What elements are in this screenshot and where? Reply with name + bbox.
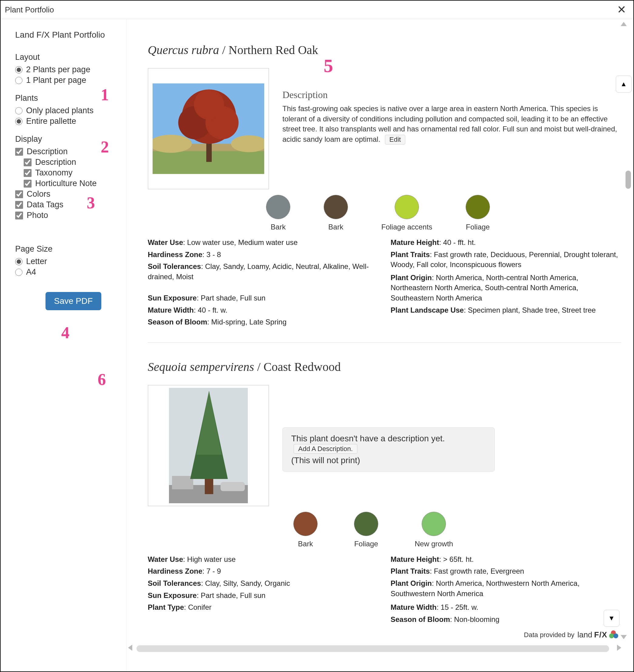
check-colors[interactable] [15, 190, 23, 198]
save-pdf-button[interactable]: Save PDF [46, 292, 101, 310]
swatch-label: Foliage accents [381, 223, 432, 231]
color-swatch-icon [422, 512, 446, 536]
origin-1: Plant Origin: North America, North-centr… [391, 273, 621, 303]
main-row: Land F/X Plant Portfolio Layout 2 Plants… [1, 19, 633, 672]
origin-2: Plant Origin: North America, Northwester… [391, 578, 621, 600]
plant1-swatch: Foliage accents [381, 195, 432, 231]
caret-down-icon: ▼ [608, 614, 615, 622]
display-description-sub[interactable]: Description [24, 158, 117, 167]
landfx-bold: F/X [594, 630, 607, 640]
color-swatch-icon [266, 195, 290, 219]
description-body-1: This fast-growing oak species is native … [283, 105, 617, 143]
check-hortnote[interactable] [24, 180, 31, 188]
plant-common-2: Coast Redwood [264, 360, 341, 374]
add-description-button[interactable]: Add A Description. [294, 444, 357, 454]
check-taxonomy[interactable] [24, 169, 31, 177]
sun-2: Sun Exposure: Part shade, Full sun [148, 590, 379, 601]
expand-button[interactable]: ▼ [604, 610, 619, 627]
pagesize-radio-a4[interactable] [15, 269, 22, 276]
check-photo[interactable] [15, 212, 23, 219]
display-colors-label: Colors [27, 189, 50, 199]
scroll-up-icon[interactable] [621, 22, 629, 26]
swatch-label: Bark [324, 223, 348, 231]
layout-radio-1pp[interactable] [15, 77, 22, 84]
scroll-down-icon[interactable] [621, 635, 629, 639]
plant-photo-1 [148, 68, 269, 189]
swatches-row-2: BarkFoliageNew growth [293, 512, 621, 548]
color-swatch-icon [324, 195, 348, 219]
landfx-logo-icon [609, 630, 618, 640]
landfx-logo: land F/X [577, 630, 618, 640]
hardiness-2: Hardiness Zone: 7 - 9 [148, 566, 379, 576]
water-use-1: Water Use: Low water use, Medium water u… [148, 237, 379, 248]
svg-rect-12 [172, 476, 193, 489]
vertical-scrollbar-thumb[interactable] [626, 170, 631, 189]
check-datatags[interactable] [15, 201, 23, 209]
placeholder-2a [148, 614, 379, 625]
layout-option-1pp[interactable]: 1 Plant per page [15, 75, 117, 85]
plant-title-2: Sequoia sempervirens / Coast Redwood [148, 360, 621, 374]
plant-photo-2 [148, 385, 269, 506]
width-1: Mature Width: 40 - ft. w. [148, 305, 379, 315]
pagesize-letter[interactable]: Letter [15, 257, 117, 266]
plant-card-2: Sequoia sempervirens / Coast Redwood [148, 345, 621, 638]
display-taxonomy[interactable]: Taxonomy [24, 168, 117, 178]
nodesc-text: This plant doesn't have a description ye… [291, 434, 445, 443]
display-colors[interactable]: Colors [15, 189, 117, 199]
swatch-label: Foliage [354, 540, 378, 548]
plants-radio-placed[interactable] [15, 107, 22, 114]
swatch-label: Bark [266, 223, 290, 231]
details-grid-1: Water Use: Low water use, Medium water u… [148, 237, 621, 327]
pagesize-radio-letter[interactable] [15, 258, 22, 265]
traits-2: Plant Traits: Fast growth rate, Evergree… [391, 566, 621, 576]
card-separator [148, 342, 621, 343]
layout-option-2pp[interactable]: 2 Plants per page [15, 65, 117, 74]
data-provided-footer: Data provided by land F/X [524, 630, 618, 640]
plant2-swatch: Foliage [354, 512, 378, 548]
tree-image-icon [152, 83, 264, 174]
edit-description-button[interactable]: Edit [385, 135, 406, 144]
plant-sep-1: / [219, 43, 228, 57]
check-description-sub[interactable] [24, 158, 31, 166]
plant1-swatch: Foliage [466, 195, 490, 231]
color-swatch-icon [395, 195, 419, 219]
sidebar: Land F/X Plant Portfolio Layout 2 Plants… [1, 19, 126, 672]
type-2: Plant Type: Conifer [148, 602, 379, 612]
callout-6: 6 [98, 370, 106, 389]
traits-1: Plant Traits: Fast growth rate, Deciduou… [391, 250, 621, 271]
display-datatags[interactable]: Data Tags [15, 200, 117, 209]
water-use-2: Water Use: High water use [148, 554, 379, 564]
scroll-right-icon[interactable] [617, 645, 621, 651]
plants-option-entire[interactable]: Entire pallette [15, 117, 117, 126]
data-provided-label: Data provided by [524, 631, 574, 639]
swatches-row-1: BarkBarkFoliage accentsFoliage [266, 195, 621, 231]
landuse-1: Plant Landscape Use: Specimen plant, Sha… [391, 305, 621, 315]
color-swatch-icon [466, 195, 490, 219]
photo-desc-row-1: Description This fast-growing oak specie… [148, 68, 621, 189]
plants-option-placed-label: Only placed plants [26, 106, 93, 115]
callout-1: 1 [101, 85, 109, 104]
window-title: Plant Portfolio [5, 5, 54, 15]
layout-radio-2pp[interactable] [15, 66, 22, 73]
display-taxonomy-label: Taxonomy [35, 168, 73, 178]
layout-option-1pp-label: 1 Plant per page [26, 75, 86, 85]
close-icon[interactable]: ✕ [617, 4, 626, 15]
display-photo[interactable]: Photo [15, 211, 117, 220]
plants-option-placed[interactable]: Only placed plants [15, 106, 117, 115]
plant-card-1: Quercus rubra / Northern Red Oak 5 [148, 28, 621, 340]
swatch-label: Bark [293, 540, 318, 548]
pagesize-a4[interactable]: A4 [15, 268, 117, 277]
width-2: Mature Width: 15 - 25ft. w. [391, 602, 621, 612]
description-text-1: This fast-growing oak species is native … [283, 103, 621, 144]
plant-common-1: Northern Red Oak [228, 43, 318, 57]
callout-4: 4 [61, 323, 70, 342]
display-hortnote[interactable]: Horticulture Note [24, 179, 117, 188]
plants-radio-entire[interactable] [15, 118, 22, 125]
description-block-1: Description This fast-growing oak specie… [283, 68, 621, 144]
horizontal-scrollbar[interactable] [137, 645, 609, 652]
plant-sep-2: / [254, 360, 264, 374]
svg-rect-13 [221, 482, 245, 491]
details-grid-2: Water Use: High water use Mature Height:… [148, 554, 621, 625]
plant1-swatch: Bark [324, 195, 348, 231]
check-description[interactable] [15, 148, 23, 156]
